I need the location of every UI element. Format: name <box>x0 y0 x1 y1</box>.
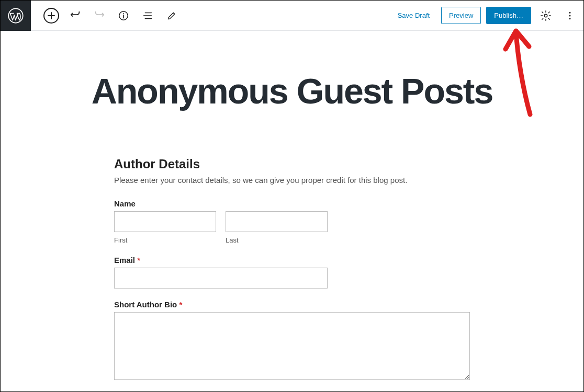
info-button[interactable] <box>114 6 133 25</box>
name-field: Name First Last <box>114 199 470 244</box>
name-label: Name <box>114 199 470 208</box>
svg-point-4 <box>569 11 571 13</box>
last-name-input[interactable] <box>226 211 328 232</box>
section-description: Please enter your contact details, so we… <box>114 176 470 185</box>
redo-button[interactable] <box>90 6 109 25</box>
editor-top-toolbar: Save Draft Preview Publish… <box>1 1 583 31</box>
undo-button[interactable] <box>66 6 85 25</box>
bio-field: Short Author Bio * <box>114 300 470 382</box>
edit-button[interactable] <box>162 6 181 25</box>
bio-textarea[interactable] <box>114 312 470 380</box>
bio-label-text: Short Author Bio <box>114 300 177 309</box>
svg-point-6 <box>569 18 571 19</box>
save-draft-button[interactable]: Save Draft <box>391 7 436 24</box>
svg-point-5 <box>569 15 571 16</box>
more-options-button[interactable] <box>560 6 579 25</box>
form-block: Author Details Please enter your contact… <box>114 157 470 392</box>
preview-button[interactable]: Preview <box>441 7 481 24</box>
svg-point-3 <box>544 14 547 17</box>
section-heading: Author Details <box>114 157 470 171</box>
email-field: Email * <box>114 256 470 289</box>
required-marker: * <box>179 300 182 309</box>
svg-point-2 <box>123 13 124 14</box>
settings-button[interactable] <box>536 6 555 25</box>
publish-button[interactable]: Publish… <box>486 7 531 24</box>
block-navigation-button[interactable] <box>138 6 157 25</box>
post-title[interactable]: Anonymous Guest Posts <box>92 73 493 110</box>
bio-label: Short Author Bio * <box>114 300 470 309</box>
wp-logo-icon[interactable] <box>1 1 31 31</box>
required-marker: * <box>137 256 140 264</box>
add-block-button[interactable] <box>43 8 59 24</box>
toolbar-right-group: Save Draft Preview Publish… <box>391 6 583 25</box>
email-label-text: Email <box>114 256 135 264</box>
toolbar-left-group <box>31 6 181 25</box>
email-label: Email * <box>114 256 470 264</box>
email-input[interactable] <box>114 268 328 289</box>
editor-canvas: Anonymous Guest Posts Author Details Ple… <box>1 31 583 392</box>
first-name-input[interactable] <box>114 211 216 232</box>
first-name-sublabel: First <box>114 236 216 244</box>
last-name-sublabel: Last <box>226 236 328 244</box>
